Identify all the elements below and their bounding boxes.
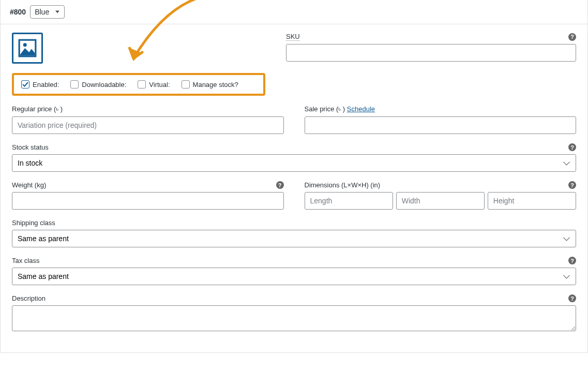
sku-input[interactable] bbox=[286, 44, 576, 62]
variation-body: Enabled: Downloadable: Virtual: bbox=[1, 24, 587, 352]
tax-class-select[interactable]: Same as parent bbox=[12, 268, 576, 285]
tax-class-col: Tax class ? Same as parent bbox=[12, 257, 576, 285]
manage-stock-label: Manage stock? bbox=[193, 81, 238, 88]
regular-price-col: Regular price (৳ ) bbox=[12, 105, 284, 134]
description-help-icon[interactable]: ? bbox=[568, 294, 576, 302]
description-label: Description bbox=[12, 294, 46, 302]
downloadable-label: Downloadable: bbox=[82, 81, 126, 88]
enabled-checkbox[interactable] bbox=[21, 80, 29, 88]
svg-point-2 bbox=[23, 43, 27, 47]
weight-input[interactable] bbox=[12, 192, 284, 210]
sku-col: SKU ? bbox=[286, 33, 576, 62]
stock-status-row: Stock status ? In stock bbox=[12, 143, 576, 172]
virtual-checkbox-item: Virtual: bbox=[138, 80, 170, 88]
weight-help-icon[interactable]: ? bbox=[276, 181, 284, 189]
description-textarea[interactable] bbox=[12, 305, 576, 331]
attribute-select[interactable]: Blue bbox=[30, 5, 65, 19]
shipping-class-select[interactable]: Same as parent bbox=[12, 230, 576, 247]
manage-stock-checkbox[interactable] bbox=[182, 80, 190, 88]
description-col: Description ? bbox=[12, 294, 576, 333]
attribute-select-wrap: Blue bbox=[30, 5, 65, 19]
description-row: Description ? bbox=[12, 294, 576, 333]
length-input[interactable] bbox=[305, 192, 393, 210]
dimensions-help-icon[interactable]: ? bbox=[568, 181, 576, 189]
sale-price-label: Sale price (৳ ) bbox=[305, 105, 345, 113]
manage-stock-checkbox-item: Manage stock? bbox=[182, 80, 238, 88]
sale-price-col: Sale price (৳ ) Schedule bbox=[305, 105, 577, 134]
sale-price-input[interactable] bbox=[305, 116, 577, 134]
weight-label: Weight (kg) bbox=[12, 181, 46, 189]
variation-header: #800 Blue bbox=[1, 0, 587, 24]
height-input[interactable] bbox=[488, 192, 576, 210]
left-column: Enabled: Downloadable: Virtual: bbox=[12, 33, 265, 96]
stock-status-help-icon[interactable]: ? bbox=[568, 143, 576, 151]
tax-class-row: Tax class ? Same as parent bbox=[12, 257, 576, 285]
stock-status-label: Stock status bbox=[12, 143, 49, 151]
schedule-link[interactable]: Schedule bbox=[347, 105, 375, 113]
stock-status-col: Stock status ? In stock bbox=[12, 143, 576, 172]
enabled-label: Enabled: bbox=[33, 81, 59, 88]
top-row: Enabled: Downloadable: Virtual: bbox=[12, 33, 576, 96]
variation-panel: #800 Blue bbox=[0, 0, 588, 353]
dimensions-col: Dimensions (L×W×H) (in) ? bbox=[305, 181, 577, 210]
regular-price-label: Regular price (৳ ) bbox=[12, 105, 63, 113]
enabled-checkbox-item: Enabled: bbox=[21, 80, 59, 88]
tax-class-help-icon[interactable]: ? bbox=[568, 257, 576, 264]
variation-image-uploader[interactable] bbox=[12, 33, 43, 64]
price-row: Regular price (৳ ) Sale price (৳ ) Sched… bbox=[12, 105, 576, 134]
tax-class-label: Tax class bbox=[12, 257, 39, 264]
dimensions-label: Dimensions (L×W×H) (in) bbox=[305, 181, 381, 189]
shipping-class-label: Shipping class bbox=[12, 219, 55, 227]
sku-help-icon[interactable]: ? bbox=[568, 33, 576, 41]
weight-col: Weight (kg) ? bbox=[12, 181, 284, 210]
weight-dim-row: Weight (kg) ? Dimensions (L×W×H) (in) ? bbox=[12, 181, 576, 210]
shipping-class-row: Shipping class Same as parent bbox=[12, 219, 576, 247]
virtual-label: Virtual: bbox=[149, 81, 170, 88]
svg-marker-0 bbox=[128, 47, 141, 61]
checkbox-highlight-box: Enabled: Downloadable: Virtual: bbox=[12, 73, 265, 96]
width-input[interactable] bbox=[396, 192, 485, 210]
sku-label: SKU bbox=[286, 33, 300, 41]
shipping-class-col: Shipping class Same as parent bbox=[12, 219, 576, 247]
regular-price-input[interactable] bbox=[12, 116, 284, 134]
stock-status-select[interactable]: In stock bbox=[12, 154, 576, 172]
downloadable-checkbox[interactable] bbox=[70, 80, 79, 88]
variation-id: #800 bbox=[10, 8, 26, 16]
downloadable-checkbox-item: Downloadable: bbox=[70, 80, 126, 88]
virtual-checkbox[interactable] bbox=[138, 80, 146, 88]
image-placeholder-icon bbox=[18, 38, 37, 58]
